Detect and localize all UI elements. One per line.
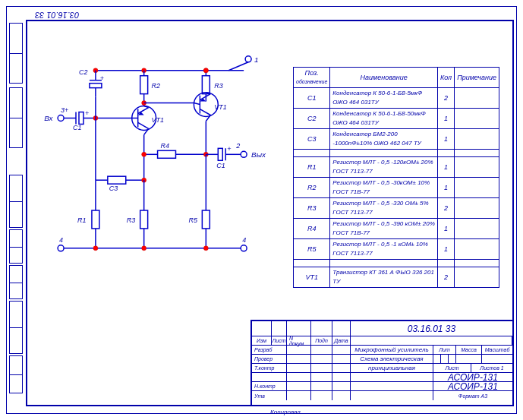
- vt1-label: VT1: [152, 116, 164, 124]
- col-note: Примечание: [455, 68, 499, 88]
- svg-point-1: [245, 56, 251, 62]
- svg-rect-37: [79, 112, 83, 125]
- svg-point-73: [203, 246, 208, 251]
- pin-2: 2: [235, 142, 240, 150]
- pin-4l: 4: [59, 236, 63, 244]
- r3-top-label: R3: [214, 82, 222, 90]
- svg-text:+: +: [85, 109, 89, 117]
- svg-rect-65: [140, 210, 148, 229]
- parts-table: Поз. обозначение Наименование Кол Примеч…: [293, 67, 499, 288]
- svg-point-48: [142, 152, 147, 156]
- svg-rect-11: [140, 76, 148, 94]
- svg-point-76: [203, 68, 208, 73]
- svg-rect-6: [90, 84, 102, 88]
- pin-3: 3+: [61, 106, 68, 114]
- svg-point-75: [241, 245, 247, 251]
- svg-line-33: [194, 103, 200, 105]
- svg-line-27: [200, 109, 210, 115]
- table-row: R2Резистор МЛТ - 0,5 -30кОМ± 10% ГОСТ 71…: [294, 178, 499, 198]
- r1-label: R1: [77, 216, 86, 224]
- input-label: Вх: [44, 114, 53, 122]
- svg-point-74: [58, 245, 64, 251]
- table-row: R5Резистор МЛТ - 0,5 -1 кОМ± 10% ГОСТ 71…: [294, 239, 499, 260]
- col-name: Наименование: [330, 68, 438, 88]
- svg-rect-66: [202, 210, 210, 229]
- title-number: 03.16.01 33: [351, 321, 512, 336]
- svg-line-20: [138, 122, 149, 128]
- table-row: C2Конденсатор К 50-6-1-Б8-50мкФ ОЖО 464 …: [294, 109, 499, 129]
- vt2-label: VT1: [214, 103, 226, 111]
- drawing-number-top: 03.16.01 33: [35, 11, 79, 20]
- copied-label: Копировал: [270, 409, 301, 415]
- svg-rect-57: [108, 176, 126, 184]
- table-row: [294, 260, 499, 267]
- r4-label: R4: [161, 142, 169, 150]
- r3-label: R3: [127, 216, 135, 224]
- title-block: 03.16.01 33 Изм Лист N докум Подп Дата Р…: [250, 320, 512, 405]
- table-row: C3Конденсатор БМ2-200 -1000пФ±10% ОЖО 46…: [294, 129, 499, 150]
- c1-out-label: C1: [216, 162, 225, 169]
- table-row: [294, 150, 499, 157]
- svg-rect-46: [158, 150, 176, 158]
- svg-point-72: [142, 246, 147, 251]
- svg-rect-64: [92, 210, 99, 229]
- inner-frame: 1 C2 + R2 R3: [26, 20, 514, 406]
- c1-in-label: C1: [73, 124, 81, 131]
- svg-line-26: [200, 94, 210, 100]
- svg-rect-51: [218, 148, 222, 160]
- svg-rect-15: [202, 76, 210, 94]
- table-row: R4Резистор МЛТ - 0,5 -390 кОМ± 20% ГОСТ …: [294, 219, 499, 239]
- r5-label: R5: [188, 216, 197, 224]
- c3-label: C3: [109, 185, 118, 192]
- svg-line-19: [138, 108, 149, 114]
- output-label: Вых: [251, 150, 266, 159]
- org-name: АСОИР-131: [433, 373, 512, 381]
- svg-point-34: [58, 115, 64, 122]
- svg-point-55: [241, 151, 247, 157]
- svg-text:+: +: [100, 74, 104, 82]
- table-row: R1Резистор МЛТ - 0,5 -120кОМ± 20% ГОСТ 7…: [294, 157, 499, 178]
- r2-label: R2: [152, 82, 160, 90]
- pin-4r: 4: [242, 236, 246, 244]
- table-row: C1Конденсатор К 50-6-1-Б8-5мкФ ОЖО 464 0…: [294, 88, 499, 109]
- c2-label: C2: [79, 68, 87, 76]
- svg-text:+: +: [227, 145, 231, 153]
- left-binding: [9, 23, 24, 397]
- table-row: R3Резистор МЛТ - 0,5 -330 ОМ± 5% ГОСТ 71…: [294, 198, 499, 219]
- svg-point-71: [93, 246, 98, 251]
- drawing-viewport: 03.16.01 33 1 C2: [0, 0, 523, 420]
- col-pos: Поз. обозначение: [294, 68, 330, 88]
- col-qty: Кол: [437, 68, 454, 88]
- pin-1: 1: [254, 55, 259, 64]
- svg-line-2: [228, 62, 248, 71]
- table-row: VT1Транзистор КТ 361 А ФЫО 336 201 ТУ2: [294, 267, 499, 288]
